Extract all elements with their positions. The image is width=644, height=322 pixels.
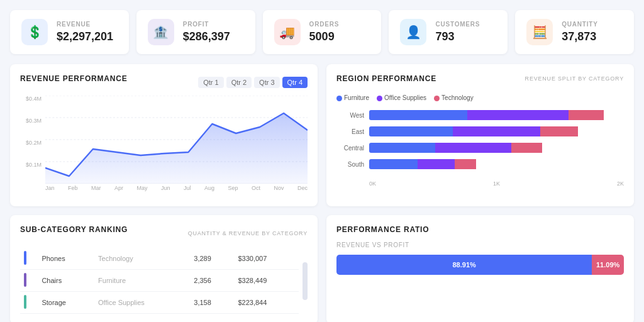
revenue-chart-area: $0.4M$0.3M$0.2M$0.1M [20, 96, 308, 196]
svg-marker-5 [45, 113, 308, 184]
perf-ratio-subtitle: REVENUE VS PROFIT [336, 242, 624, 248]
region-legend: FurnitureOffice SuppliesTechnology [336, 94, 624, 101]
revenue-header: REVENUE PERFORMANCE Qtr 1Qtr 2Qtr 3Qtr 4 [20, 74, 308, 91]
ratio-bar-segment: 11.09% [592, 255, 624, 275]
sub-indicator [20, 270, 38, 292]
sub-name: Chairs [38, 270, 94, 292]
x-label: Mar [91, 185, 101, 196]
x-label: Aug [204, 185, 214, 196]
region-bar-segment [418, 159, 455, 169]
region-x-label: 1K [493, 180, 500, 187]
x-label: Jun [161, 185, 170, 196]
sub-quantity: 3,158 [190, 292, 234, 314]
x-label: Oct [252, 185, 260, 196]
region-bar-wrap [369, 143, 624, 153]
kpi-card-customers: 👤 CUSTOMERS 793 [389, 10, 508, 54]
region-bar-wrap [369, 126, 624, 136]
sub-category-subtitle: QUANTITY & REVENUE BY CATEGORY [188, 230, 308, 236]
quantity-info: QUANTITY 37,873 [562, 21, 598, 43]
ratio-bar: 88.91%11.09% [336, 255, 624, 275]
dashboard: 💲 REVENUE $2,297,201 🏦 PROFIT $286,397 🚚… [0, 0, 644, 322]
x-label: Jan [45, 185, 55, 196]
customers-info: CUSTOMERS 793 [435, 21, 480, 43]
region-title: REGION PERFORMANCE [336, 74, 436, 83]
sub-name: Phones [38, 248, 94, 270]
sub-indicator [20, 248, 38, 270]
region-x-label: 2K [617, 180, 624, 187]
region-bar-wrap [369, 110, 624, 120]
x-label: Feb [68, 185, 78, 196]
orders-icon: 🚚 [274, 19, 301, 45]
region-row-label: West [336, 112, 369, 119]
main-grid: REVENUE PERFORMANCE Qtr 1Qtr 2Qtr 3Qtr 4… [10, 64, 634, 206]
qtr-tab-qtr-4[interactable]: Qtr 4 [282, 77, 308, 88]
x-label: May [136, 185, 147, 196]
performance-ratio-panel: PERFORMANCE RATIO REVENUE VS PROFIT 88.9… [326, 215, 634, 322]
sub-category-header: SUB-CATEGORY RANKING QUANTITY & REVENUE … [20, 225, 308, 242]
revenue-performance-panel: REVENUE PERFORMANCE Qtr 1Qtr 2Qtr 3Qtr 4… [10, 64, 318, 206]
legend-item: Office Supplies [377, 94, 426, 101]
revenue-title: REVENUE PERFORMANCE [20, 74, 128, 83]
sub-category-panel: SUB-CATEGORY RANKING QUANTITY & REVENUE … [10, 215, 318, 322]
x-label: Nov [274, 185, 284, 196]
x-label: Jul [184, 185, 191, 196]
orders-label: ORDERS [309, 21, 340, 28]
sub-category-title: SUB-CATEGORY RANKING [20, 225, 128, 234]
region-bar-wrap [369, 159, 624, 169]
kpi-card-quantity: 🧮 QUANTITY 37,873 [515, 10, 634, 54]
region-row-label: South [336, 161, 369, 168]
region-subtitle: REVENUE SPLIT BY CATEGORY [525, 75, 624, 82]
kpi-card-profit: 🏦 PROFIT $286,397 [136, 10, 255, 54]
kpi-row: 💲 REVENUE $2,297,201 🏦 PROFIT $286,397 🚚… [10, 10, 634, 54]
sub-revenue: $223,844 [234, 292, 299, 314]
region-x-labels: 0K1K2K [336, 180, 624, 187]
region-row-central: Central [336, 143, 624, 153]
legend-item: Technology [434, 94, 474, 101]
region-row-south: South [336, 159, 624, 169]
sub-indicator [20, 292, 38, 314]
perf-ratio-title: PERFORMANCE RATIO [336, 225, 624, 234]
customers-icon: 👤 [400, 19, 426, 45]
revenue-icon: 💲 [21, 19, 48, 45]
y-label: $0.2M [20, 140, 42, 146]
quantity-label: QUANTITY [562, 21, 598, 28]
sub-category-table: Phones Technology 3,289 $330,007 Chairs … [20, 248, 299, 314]
region-bar-segment [540, 126, 578, 136]
region-bar-segment [453, 126, 540, 136]
ratio-bar-segment: 88.91% [336, 255, 592, 275]
profit-icon: 🏦 [148, 19, 174, 45]
scrollbar[interactable] [303, 262, 308, 300]
orders-value: 5009 [309, 30, 340, 43]
region-bars: WestEastCentralSouth [336, 108, 624, 178]
region-bar-segment [455, 159, 476, 169]
sub-revenue: $328,449 [234, 270, 299, 292]
sub-quantity: 2,356 [190, 270, 234, 292]
kpi-card-revenue: 💲 REVENUE $2,297,201 [10, 10, 129, 54]
region-bar-segment [569, 110, 604, 120]
y-label: $0.1M [20, 162, 42, 168]
region-row-label: Central [336, 145, 369, 152]
quantity-value: 37,873 [562, 30, 598, 43]
region-row-east: East [336, 126, 624, 136]
sub-revenue: $330,007 [234, 248, 299, 270]
legend-dot [434, 96, 440, 101]
qtr-tab-qtr-2[interactable]: Qtr 2 [226, 77, 252, 88]
region-bar-segment [511, 143, 543, 153]
sub-category-row: Chairs Furniture 2,356 $328,449 [20, 270, 299, 292]
region-x-label: 0K [369, 180, 376, 187]
bottom-grid: SUB-CATEGORY RANKING QUANTITY & REVENUE … [10, 215, 634, 322]
x-label: Apr [114, 185, 123, 196]
sub-category: Office Supplies [94, 292, 190, 314]
kpi-card-orders: 🚚 ORDERS 5009 [263, 10, 382, 54]
qtr-tab-qtr-1[interactable]: Qtr 1 [198, 77, 223, 88]
region-performance-panel: REGION PERFORMANCE REVENUE SPLIT BY CATE… [326, 64, 634, 206]
region-bar-segment [369, 159, 418, 169]
y-axis-labels: $0.4M$0.3M$0.2M$0.1M [20, 96, 44, 184]
legend-dot [377, 96, 382, 101]
customers-label: CUSTOMERS [435, 21, 480, 28]
profit-label: PROFIT [183, 21, 230, 28]
x-label: Dec [297, 185, 308, 196]
legend-item: Furniture [336, 94, 369, 101]
sub-category-row: Phones Technology 3,289 $330,007 [20, 248, 299, 270]
qtr-tab-qtr-3[interactable]: Qtr 3 [254, 77, 279, 88]
